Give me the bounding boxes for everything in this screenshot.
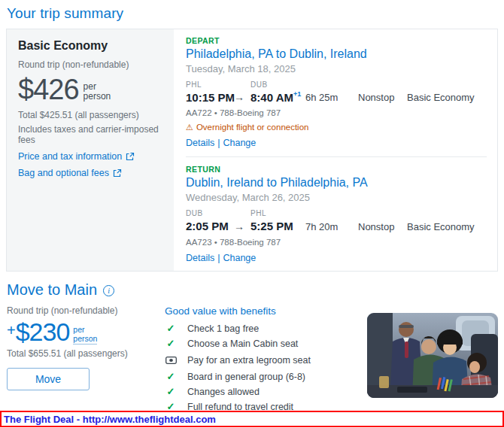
warning-icon: ⚠ xyxy=(186,123,193,132)
upgrade-total: Total $655.51 (all passengers) xyxy=(7,348,159,359)
person-label: person xyxy=(83,91,111,102)
upgrade-pricing-column: Round trip (non-refundable) + $230 per p… xyxy=(7,305,159,417)
change-link[interactable]: Change xyxy=(223,253,256,263)
price-tax-info-link[interactable]: Price and tax information xyxy=(18,151,163,162)
flight-cabin: Basic Economy xyxy=(407,221,487,233)
check-icon: ✓ xyxy=(165,338,177,348)
destination-airport-code: DUB xyxy=(250,80,305,89)
check-icon: ✓ xyxy=(165,372,177,381)
benefit-list: ✓ Check 1 bag free ✓ Choose a Main Cabin… xyxy=(165,323,366,412)
move-to-main-section: Move to Main i Round trip (non-refundabl… xyxy=(7,281,498,417)
destination-airport-code: PHL xyxy=(250,209,305,217)
fare-price: $426 per person xyxy=(18,75,163,104)
slice-divider xyxy=(186,156,487,157)
benefit-label: Changes allowed xyxy=(187,387,260,397)
external-link-icon xyxy=(113,168,122,178)
slice-direction-label: RETURN xyxy=(186,165,487,174)
fare-price-unit: per person xyxy=(83,82,111,102)
move-to-main-title: Move to Main xyxy=(7,281,97,299)
flight-duration: 6h 25m xyxy=(305,92,358,104)
origin-airport-code: DUB xyxy=(186,209,234,217)
benefit-item: ✓ Changes allowed xyxy=(165,387,366,397)
benefits-title: Good value with benefits xyxy=(165,305,366,317)
destination-column: DUB 8:40 AM+1 xyxy=(250,80,305,104)
benefit-label: Choose a Main Cabin seat xyxy=(187,338,298,349)
slice-date: Tuesday, March 18, 2025 xyxy=(186,63,487,74)
move-to-main-heading: Move to Main i xyxy=(7,281,498,299)
flight-deal-link[interactable]: The Flight Deal - http://www.theflightde… xyxy=(2,414,216,425)
next-day-indicator: +1 xyxy=(293,90,301,98)
slice-actions: Details|Change xyxy=(186,253,487,263)
fare-name: Basic Economy xyxy=(18,39,163,53)
warning-text: Overnight flight or connection xyxy=(196,123,309,132)
flight-slices-panel: DEPART Philadelphia, PA to Dublin, Irela… xyxy=(174,29,497,271)
slice-date: Wednesday, March 26, 2025 xyxy=(186,192,487,203)
cabin-photo xyxy=(367,313,498,398)
fare-trip-type: Round trip (non-refundable) xyxy=(18,59,163,70)
details-link[interactable]: Details xyxy=(186,138,214,148)
arrive-time: 8:40 AM+1 xyxy=(250,91,305,104)
details-link[interactable]: Details xyxy=(186,253,214,263)
move-to-main-body: Round trip (non-refundable) + $230 per p… xyxy=(7,305,498,417)
return-slice: RETURN Dublin, Ireland to Philadelphia, … xyxy=(186,165,487,263)
depart-time: 10:15 PM xyxy=(186,91,234,104)
slice-times-row: PHL 10:15 PM → DUB 8:40 AM+1 6h 25m Nons… xyxy=(186,80,487,104)
flight-stops: Nonstop xyxy=(358,92,407,104)
benefit-item: ✓ Check 1 bag free xyxy=(165,323,366,334)
upgrade-price-amount: $230 xyxy=(16,319,70,345)
benefit-item: ✓ Choose a Main Cabin seat xyxy=(165,338,366,349)
flight-number-aircraft: AA723 • 788-Boeing 787 xyxy=(186,238,487,247)
change-link[interactable]: Change xyxy=(223,138,256,148)
overnight-warning: ⚠ Overnight flight or connection xyxy=(186,123,487,132)
check-icon: ✓ xyxy=(165,387,177,396)
arrive-time-value: 8:40 AM xyxy=(250,91,293,104)
trip-summary-card: Basic Economy Round trip (non-refundable… xyxy=(6,29,498,272)
check-icon: ✓ xyxy=(165,323,177,333)
benefits-column: Good value with benefits ✓ Check 1 bag f… xyxy=(165,305,366,417)
destination-column: PHL 5:25 PM xyxy=(250,209,305,232)
depart-time: 2:05 PM xyxy=(186,220,234,232)
origin-column: DUB 2:05 PM xyxy=(186,209,234,232)
arrive-time: 5:25 PM xyxy=(250,220,305,232)
upgrade-trip-type: Round trip (non-refundable) xyxy=(7,305,159,316)
slice-times-row: DUB 2:05 PM → PHL 5:25 PM 7h 20m Nonstop… xyxy=(186,209,487,232)
arrow-right-icon: → xyxy=(234,91,250,104)
flight-duration: 7h 20m xyxy=(305,221,358,233)
benefit-item: Pay for an extra legroom seat xyxy=(165,354,366,367)
bag-optional-fees-link[interactable]: Bag and optional fees xyxy=(18,168,163,178)
trip-summary-page: Your trip summary Basic Economy Round tr… xyxy=(0,0,504,428)
flight-stops: Nonstop xyxy=(358,221,407,233)
slice-route: Dublin, Ireland to Philadelphia, PA xyxy=(186,176,487,190)
price-tax-info-label: Price and tax information xyxy=(18,151,122,162)
page-title: Your trip summary xyxy=(0,0,504,22)
benefit-label: Check 1 bag free xyxy=(187,323,259,334)
per-label: per xyxy=(83,81,96,92)
info-icon[interactable]: i xyxy=(103,285,114,296)
upgrade-price: + $230 per person xyxy=(7,319,159,345)
fare-includes-note: Includes taxes and carrier-imposed fees xyxy=(18,124,163,145)
upgrade-price-unit: per person xyxy=(73,325,97,343)
flight-number-aircraft: AA722 • 788-Boeing 787 xyxy=(186,108,487,117)
origin-airport-code: PHL xyxy=(186,80,234,89)
person-label: person xyxy=(73,334,97,345)
depart-slice: DEPART Philadelphia, PA to Dublin, Irela… xyxy=(186,36,487,148)
cash-icon xyxy=(165,354,177,367)
plus-sign: + xyxy=(7,322,16,339)
slice-actions: Details|Change xyxy=(186,138,487,148)
external-link-icon xyxy=(126,152,135,161)
link-separator: | xyxy=(217,253,220,263)
bag-optional-fees-label: Bag and optional fees xyxy=(18,168,109,178)
fare-total: Total $425.51 (all passengers) xyxy=(18,110,163,120)
slice-route: Philadelphia, PA to Dublin, Ireland xyxy=(186,47,487,61)
flight-cabin: Basic Economy xyxy=(407,92,487,104)
fare-panel: Basic Economy Round trip (non-refundable… xyxy=(7,29,174,271)
move-button[interactable]: Move xyxy=(7,368,90,390)
benefit-label: Pay for an extra legroom seat xyxy=(187,355,311,366)
per-label: per xyxy=(73,325,84,334)
origin-column: PHL 10:15 PM xyxy=(186,80,234,104)
flight-deal-banner: The Flight Deal - http://www.theflightde… xyxy=(0,411,504,427)
link-separator: | xyxy=(217,138,220,148)
benefit-label: Board in general group (6-8) xyxy=(187,372,305,382)
fare-price-amount: $426 xyxy=(18,75,79,104)
benefit-item: ✓ Board in general group (6-8) xyxy=(165,372,366,382)
